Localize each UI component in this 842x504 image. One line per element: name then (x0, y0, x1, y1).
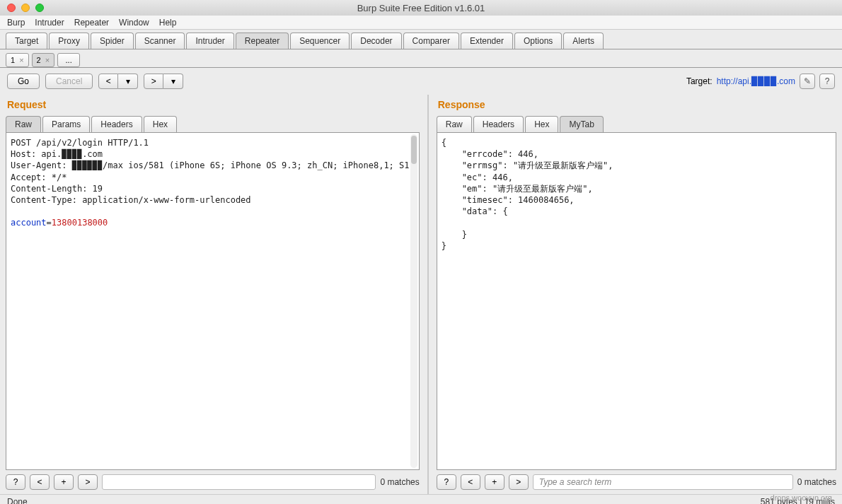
request-tab-params[interactable]: Params (42, 116, 90, 132)
tab-proxy[interactable]: Proxy (49, 33, 89, 49)
tab-intruder[interactable]: Intruder (186, 33, 233, 49)
main-tabs: Target Proxy Spider Scanner Intruder Rep… (0, 30, 842, 49)
response-search-row: ? < + > Type a search term 0 matches (437, 470, 836, 494)
target-label: Target: (686, 76, 713, 86)
menu-burp[interactable]: Burp (7, 18, 25, 28)
response-tab-raw[interactable]: Raw (437, 116, 472, 132)
response-pane: Response Raw Headers Hex MyTab { "errcod… (431, 95, 842, 494)
go-button[interactable]: Go (7, 74, 40, 89)
menubar: Burp Intruder Repeater Window Help (0, 16, 842, 30)
prev-button[interactable]: < (98, 74, 118, 89)
request-search-row: ? < + > 0 matches (6, 470, 420, 494)
tab-target[interactable]: Target (6, 33, 47, 49)
response-match-count: 0 matches (797, 477, 836, 487)
status-left: Done (7, 497, 28, 505)
tab-decoder[interactable]: Decoder (351, 33, 401, 49)
watermark: drops.wooyun.org (771, 493, 832, 502)
request-tab-raw[interactable]: Raw (6, 116, 41, 132)
search-next-button[interactable]: > (509, 474, 529, 490)
tab-spider[interactable]: Spider (91, 33, 134, 49)
tab-scanner[interactable]: Scanner (135, 33, 185, 49)
tab-options[interactable]: Options (514, 33, 562, 49)
history-next-group: > ▾ (144, 74, 183, 89)
scrollbar-thumb[interactable] (411, 136, 417, 164)
help-icon: ? (825, 76, 830, 86)
scrollbar[interactable] (410, 134, 417, 468)
pencil-icon: ✎ (804, 76, 811, 86)
request-search-input[interactable] (102, 474, 376, 490)
response-tab-mytab[interactable]: MyTab (560, 116, 603, 132)
repeater-subtabs: 1× 2× ... (0, 49, 842, 68)
split-container: Request Raw Params Headers Hex POST /api… (0, 95, 842, 494)
search-add-button[interactable]: + (485, 474, 504, 490)
search-help-button[interactable]: ? (437, 474, 456, 490)
next-button[interactable]: > (144, 74, 163, 89)
pane-divider[interactable] (425, 95, 431, 494)
tab-comparer[interactable]: Comparer (403, 33, 459, 49)
response-title: Response (437, 95, 836, 116)
request-pane: Request Raw Params Headers Hex POST /api… (0, 95, 425, 494)
window-controls (0, 4, 44, 12)
status-bar: Done 581 bytes | 19 millis (0, 494, 842, 504)
response-tab-hex[interactable]: Hex (525, 116, 558, 132)
close-icon[interactable]: × (19, 56, 23, 64)
search-prev-button[interactable]: < (30, 474, 50, 490)
request-match-count: 0 matches (380, 477, 419, 487)
response-editor[interactable]: { "errcode": 446, "errmsg": "请升级至最新版客户端"… (437, 132, 836, 470)
close-icon[interactable]: × (45, 56, 50, 64)
edit-target-button[interactable]: ✎ (800, 74, 815, 89)
minimize-icon[interactable] (21, 4, 30, 12)
response-search-input[interactable]: Type a search term (533, 474, 793, 490)
response-view-tabs: Raw Headers Hex MyTab (437, 116, 836, 132)
request-tab-headers[interactable]: Headers (91, 116, 142, 132)
history-prev-group: < ▾ (98, 74, 138, 89)
menu-window[interactable]: Window (119, 18, 149, 28)
prev-menu-button[interactable]: ▾ (118, 74, 138, 89)
repeater-toolbar: Go Cancel < ▾ > ▾ Target: http://api.▉▉▉… (0, 68, 842, 95)
target-row: Target: http://api.▉▉▉▉.com ✎ ? (686, 74, 835, 89)
tab-sequencer[interactable]: Sequencer (290, 33, 350, 49)
search-next-button[interactable]: > (78, 474, 98, 490)
titlebar: Burp Suite Free Edition v1.6.01 (0, 0, 842, 16)
close-icon[interactable] (7, 4, 16, 12)
request-editor[interactable]: POST /api/v2/login HTTP/1.1 Host: api.▉▉… (6, 132, 420, 470)
tab-repeater[interactable]: Repeater (236, 33, 289, 49)
search-add-button[interactable]: + (54, 474, 74, 490)
request-view-tabs: Raw Params Headers Hex (6, 116, 420, 132)
subtab-2[interactable]: 2× (32, 53, 55, 67)
menu-repeater[interactable]: Repeater (74, 18, 109, 28)
search-prev-button[interactable]: < (461, 474, 480, 490)
help-button[interactable]: ? (819, 74, 835, 89)
subtab-more[interactable]: ... (57, 53, 80, 67)
cancel-button[interactable]: Cancel (45, 74, 93, 89)
menu-intruder[interactable]: Intruder (35, 18, 64, 28)
menu-help[interactable]: Help (159, 18, 177, 28)
zoom-icon[interactable] (35, 4, 44, 12)
tab-alerts[interactable]: Alerts (563, 33, 604, 49)
subtab-1[interactable]: 1× (6, 53, 29, 67)
request-title: Request (6, 95, 420, 116)
response-tab-headers[interactable]: Headers (473, 116, 524, 132)
next-menu-button[interactable]: ▾ (163, 74, 183, 89)
search-help-button[interactable]: ? (6, 474, 25, 490)
window-title: Burp Suite Free Edition v1.6.01 (0, 3, 842, 13)
request-tab-hex[interactable]: Hex (144, 116, 177, 132)
target-host: http://api.▉▉▉▉.com (717, 76, 795, 86)
tab-extender[interactable]: Extender (461, 33, 513, 49)
